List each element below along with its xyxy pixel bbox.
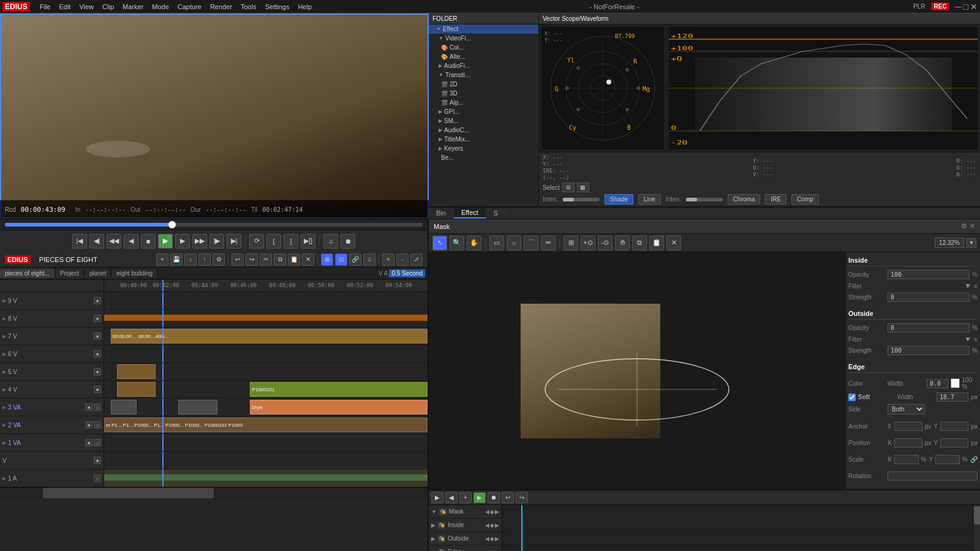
menu-view[interactable]: View: [75, 2, 97, 12]
bin-tab[interactable]: Bin: [429, 208, 454, 218]
edge-color-swatch[interactable]: [951, 378, 960, 388]
inten-bar-right[interactable]: [686, 198, 723, 201]
tl-delete-btn[interactable]: ✕: [302, 253, 314, 266]
mask-tl-collapse-btn[interactable]: ◀: [445, 492, 458, 503]
effect-folder-audiofi[interactable]: ▶ AudioFi...: [429, 61, 538, 70]
copy-tool[interactable]: ⧉: [632, 236, 647, 250]
track-2va-mute[interactable]: ■: [85, 421, 92, 429]
loop-button[interactable]: ⟳: [249, 234, 264, 249]
effect-folder-3d[interactable]: 🎬 3D: [429, 89, 538, 98]
outside-filter-icon[interactable]: ▼: [964, 335, 971, 343]
tl-redo-btn[interactable]: ↪: [246, 253, 258, 266]
tl-fit-btn[interactable]: ⤢: [410, 253, 423, 266]
s-tab[interactable]: S: [486, 208, 506, 218]
track-4v-clip2[interactable]: P1000101: [250, 382, 428, 397]
outside-strength-input[interactable]: [888, 346, 970, 355]
speed-display[interactable]: 0.5 Second: [389, 269, 425, 277]
outside-prev-kf[interactable]: ◀: [485, 536, 489, 542]
track-6v-expand[interactable]: ▶: [2, 351, 6, 357]
track-1va-expand[interactable]: ▶: [2, 440, 6, 446]
tl-settings-btn[interactable]: ⚙: [213, 253, 225, 266]
menu-marker[interactable]: Marker: [119, 2, 147, 12]
track-3va-clip2[interactable]: [178, 400, 217, 414]
track-9v-mute[interactable]: ■: [94, 297, 101, 304]
mask-layer-icon[interactable]: 🎭: [439, 508, 447, 515]
effect-tab[interactable]: Effect: [454, 208, 486, 219]
delete-tool[interactable]: ✕: [666, 236, 681, 250]
mask-add-kf[interactable]: ◆: [490, 509, 494, 515]
menu-file[interactable]: File: [36, 2, 55, 12]
tab-planet[interactable]: planet: [85, 269, 111, 278]
effect-folder-transiti[interactable]: ▼ Transiti...: [429, 70, 538, 80]
inside-prev-kf[interactable]: ◀: [485, 522, 489, 528]
effect-folder-videofi[interactable]: ▼ VideoFi...: [429, 34, 538, 43]
inside-filter-icon[interactable]: ▼: [964, 282, 971, 290]
track-7v-clips[interactable]: 00:00:00 ... 00:00... A95...: [111, 329, 428, 343]
edge-layer-icon[interactable]: 🎭: [438, 549, 445, 552]
mask-tl-scroll-thumb[interactable]: [974, 506, 980, 525]
track-1a-audio-clip[interactable]: [104, 474, 428, 481]
track-6v-mute[interactable]: ■: [94, 350, 101, 358]
track-1a-expand[interactable]: ▶: [2, 476, 6, 481]
mask-next-kf[interactable]: ▶: [495, 509, 499, 515]
scale-link-icon[interactable]: 🔗: [970, 456, 978, 463]
track-3va-audio-mute[interactable]: ♫: [94, 403, 101, 411]
bezier-tool[interactable]: ⌒: [524, 236, 538, 250]
tl-import-btn[interactable]: ↓: [184, 253, 197, 266]
track-2va-clips[interactable]: et P1... P1... P1000... P1... P1000... P…: [104, 418, 428, 432]
pen-tool[interactable]: ✏: [541, 236, 556, 250]
mask-tl-zoom-in-btn[interactable]: +: [459, 492, 472, 503]
tab-project[interactable]: Project: [55, 269, 85, 278]
track-8v-clip[interactable]: [104, 315, 428, 321]
tl-zoom-in-btn[interactable]: +: [382, 253, 394, 266]
shade-button[interactable]: Shade: [605, 194, 633, 204]
go-end-button[interactable]: ▶|: [227, 234, 241, 249]
fast-forward-button[interactable]: ▶▶: [192, 234, 207, 249]
effect-folder-sm[interactable]: ▶ SM...: [429, 116, 538, 126]
mask-tl-play-btn[interactable]: ▶: [473, 492, 486, 503]
tab-pieces[interactable]: pieces of eight...: [0, 269, 55, 278]
tl-link-btn[interactable]: 🔗: [349, 253, 361, 266]
record-button[interactable]: ⏺: [341, 234, 355, 249]
menu-help[interactable]: Help: [294, 2, 315, 12]
tl-export-btn[interactable]: ↑: [198, 253, 211, 266]
audio-button[interactable]: ♫: [323, 234, 338, 249]
menu-tools[interactable]: Tools: [237, 2, 260, 12]
move-point-tool[interactable]: ⊞: [564, 236, 578, 250]
scrubber-bar[interactable]: [0, 219, 428, 230]
mask-tl-undo-btn[interactable]: ↩: [502, 492, 514, 503]
rotation-input[interactable]: [888, 471, 978, 481]
effect-folder-be[interactable]: Be...: [429, 153, 538, 162]
mask-tl-record-btn[interactable]: ⏺: [488, 492, 500, 503]
effect-folder-keyers[interactable]: ▶ Keyers: [429, 144, 538, 153]
anchor-y-input[interactable]: [940, 422, 968, 431]
track-8v-mute[interactable]: ■: [94, 315, 101, 322]
menu-settings[interactable]: Settings: [262, 2, 293, 12]
comp-button[interactable]: Comp: [791, 194, 819, 204]
zoom-dropdown-btn[interactable]: ▼: [967, 238, 976, 248]
track-1a-mute[interactable]: ♫: [94, 474, 101, 482]
paste-tool[interactable]: 📋: [649, 236, 664, 250]
inten-bar-left[interactable]: [563, 198, 600, 201]
hand-tool[interactable]: ✋: [467, 236, 481, 250]
tl-audio-btn[interactable]: ♫: [363, 253, 375, 266]
mask-settings-icon[interactable]: ⚙: [961, 222, 967, 230]
tab-eight-building[interactable]: eight building: [111, 269, 158, 278]
track-7v-expand[interactable]: ▶: [2, 334, 6, 339]
inside-expand-icon[interactable]: ▶: [431, 522, 435, 528]
edge-expand-icon[interactable]: ▶: [431, 549, 435, 552]
menu-edit[interactable]: Edit: [55, 2, 74, 12]
mask-close-icon[interactable]: ✕: [970, 222, 975, 230]
mask-expand-icon[interactable]: ▼: [431, 509, 437, 515]
select-btn-1[interactable]: ⊞: [562, 182, 575, 192]
chroma-button[interactable]: Chroma: [728, 194, 761, 204]
ire-button[interactable]: IRE: [765, 194, 786, 204]
track-4v-expand[interactable]: ▶: [2, 387, 6, 392]
track-9v-expand[interactable]: ▶: [2, 298, 6, 304]
effect-folder-gpi[interactable]: ▶ GPI...: [429, 107, 538, 116]
track-1va-audio-mute[interactable]: ♫: [94, 439, 101, 446]
effect-folder-titlemix[interactable]: ▶ TitleMix...: [429, 135, 538, 144]
outside-opacity-input[interactable]: [888, 323, 970, 332]
inside-next-kf[interactable]: ▶: [495, 522, 499, 528]
tl-zoom-out-btn[interactable]: -: [396, 253, 409, 266]
